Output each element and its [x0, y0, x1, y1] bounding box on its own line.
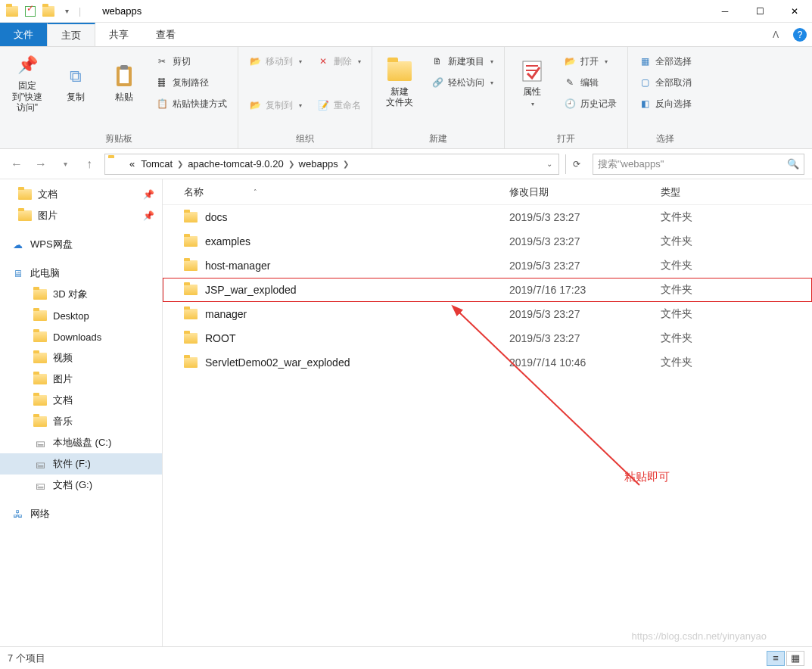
tree-network[interactable]: 🖧网络: [0, 503, 162, 524]
crumb-0[interactable]: Tomcat: [138, 158, 176, 170]
folder-icon: [33, 351, 47, 365]
folder-icon-2: [42, 5, 54, 17]
nav-back-button[interactable]: ←: [8, 155, 26, 173]
column-headers[interactable]: 名称˄ 修改日期 类型: [163, 179, 812, 205]
pin-quick-access-button[interactable]: 📌 固定到"快速访问": [5, 50, 50, 117]
tree-doc-g[interactable]: 🖴文档 (G:): [0, 475, 162, 496]
checkbox-icon[interactable]: [24, 5, 36, 17]
file-name: manager: [205, 308, 247, 320]
new-folder-button[interactable]: 新建 文件夹: [377, 50, 422, 117]
folder-icon: [184, 333, 198, 344]
nav-recent-button[interactable]: ▾: [56, 155, 74, 173]
file-row[interactable]: host-manager2019/5/3 23:27文件夹: [163, 254, 812, 278]
tree-wps[interactable]: ☁WPS网盘: [0, 234, 162, 255]
collapse-ribbon-icon[interactable]: ᐱ: [764, 23, 788, 46]
tree-local-c[interactable]: 🖴本地磁盘 (C:): [0, 432, 162, 453]
tree-documents[interactable]: 文档📌: [0, 184, 162, 205]
file-date: 2019/5/3 23:27: [509, 211, 661, 223]
copy-to-icon: 📂: [249, 99, 261, 111]
new-folder-icon: [387, 59, 412, 83]
folder-icon: [33, 309, 47, 322]
move-to-button[interactable]: 📂移动到▾: [244, 51, 306, 71]
easy-access-button[interactable]: 🔗轻松访问▾: [427, 73, 498, 92]
file-list[interactable]: docs2019/5/3 23:27文件夹examples2019/5/3 23…: [163, 205, 812, 646]
tree-pictures-2[interactable]: 图片: [0, 369, 162, 390]
select-all-button[interactable]: ▦全部选择: [634, 51, 696, 71]
annotation-text: 粘贴即可: [624, 470, 670, 484]
navigation-tree[interactable]: 文档📌 图片📌 ☁WPS网盘 🖥此电脑 3D 对象 Desktop Downlo…: [0, 179, 163, 646]
refresh-button[interactable]: ⟳: [565, 154, 586, 174]
properties-button[interactable]: 属性 ▾: [509, 50, 555, 117]
tab-view[interactable]: 查看: [142, 23, 189, 46]
content-pane: 名称˄ 修改日期 类型 docs2019/5/3 23:27文件夹example…: [163, 179, 812, 646]
tab-share[interactable]: 共享: [95, 23, 142, 46]
help-button[interactable]: ?: [788, 23, 812, 46]
invert-selection-button[interactable]: ◧反向选择: [634, 94, 696, 114]
minimize-button[interactable]: ─: [708, 0, 742, 23]
paste-button[interactable]: 粘贴: [101, 50, 147, 117]
chevron-right-icon[interactable]: ❯: [341, 160, 350, 168]
status-bar: 7 个项目 ≡ ▦: [0, 646, 812, 669]
copy-to-button[interactable]: 📂复制到▾: [244, 95, 306, 115]
file-row[interactable]: ServletDemo02_war_exploded2019/7/14 10:4…: [163, 350, 812, 375]
history-button[interactable]: 🕘历史记录: [559, 94, 621, 114]
copy-path-button[interactable]: 🛤复制路径: [151, 73, 232, 92]
address-bar[interactable]: « Tomcat ❯ apache-tomcat-9.0.20 ❯ webapp…: [104, 154, 559, 175]
drive-icon: 🖴: [33, 457, 47, 471]
open-button[interactable]: 📂打开▾: [559, 51, 621, 71]
tree-3d-objects[interactable]: 3D 对象: [0, 284, 162, 305]
file-row[interactable]: manager2019/5/3 23:27文件夹: [163, 302, 812, 326]
folder-icon: [18, 209, 32, 222]
tab-home[interactable]: 主页: [47, 23, 95, 46]
select-none-button[interactable]: ▢全部取消: [634, 73, 696, 92]
col-name[interactable]: 名称˄: [184, 185, 509, 199]
file-row[interactable]: ROOT2019/5/3 23:27文件夹: [163, 326, 812, 350]
nav-forward-button[interactable]: →: [32, 155, 50, 173]
file-type: 文件夹: [661, 235, 751, 248]
file-date: 2019/7/14 10:46: [509, 356, 661, 369]
paste-shortcut-button[interactable]: 📋粘贴快捷方式: [151, 94, 232, 114]
new-item-button[interactable]: 🗎新建项目▾: [427, 51, 498, 71]
crumb-1[interactable]: apache-tomcat-9.0.20: [185, 158, 286, 170]
pin-icon: 📌: [143, 189, 154, 200]
search-icon[interactable]: 🔍: [787, 158, 799, 170]
tree-videos[interactable]: 视频: [0, 347, 162, 369]
tree-music[interactable]: 音乐: [0, 411, 162, 432]
tree-pictures[interactable]: 图片📌: [0, 205, 162, 226]
tree-desktop[interactable]: Desktop: [0, 305, 162, 326]
edit-button[interactable]: ✎编辑: [559, 73, 621, 92]
tree-downloads[interactable]: Downloads: [0, 326, 162, 347]
maximize-button[interactable]: ☐: [742, 0, 777, 23]
file-row[interactable]: docs2019/5/3 23:27文件夹: [163, 205, 812, 229]
tree-soft-f[interactable]: 🖴软件 (F:): [0, 453, 162, 475]
chevron-right-icon[interactable]: ❯: [176, 160, 185, 168]
tab-file[interactable]: 文件: [0, 23, 47, 46]
chevron-right-icon[interactable]: ❯: [287, 160, 296, 168]
folder-icon: [184, 212, 198, 222]
crumb-prefix[interactable]: «: [126, 158, 138, 170]
nav-up-button[interactable]: ↑: [80, 155, 98, 173]
copy-icon: ⧉: [64, 64, 88, 89]
pc-icon: 🖥: [11, 266, 24, 280]
crumb-2[interactable]: webapps: [296, 158, 341, 170]
cut-button[interactable]: ✂剪切: [151, 51, 232, 71]
view-details-button[interactable]: ≡: [767, 651, 785, 666]
file-type: 文件夹: [661, 356, 751, 369]
qat-dropdown-icon[interactable]: ▾: [61, 5, 73, 17]
address-dropdown-icon[interactable]: ⌄: [546, 160, 552, 168]
tree-documents-2[interactable]: 文档: [0, 390, 162, 411]
col-date[interactable]: 修改日期: [509, 185, 661, 199]
search-placeholder: 搜索"webapps": [598, 157, 664, 171]
file-row[interactable]: JSP_war_exploded2019/7/16 17:23文件夹: [163, 278, 812, 302]
folder-icon: [184, 236, 198, 247]
file-row[interactable]: examples2019/5/3 23:27文件夹: [163, 229, 812, 254]
close-button[interactable]: ✕: [777, 0, 812, 23]
view-icons-button[interactable]: ▦: [786, 651, 804, 666]
tree-this-pc[interactable]: 🖥此电脑: [0, 263, 162, 284]
rename-button[interactable]: 📝重命名: [313, 95, 366, 115]
delete-button[interactable]: ✕删除▾: [313, 51, 366, 71]
open-icon: 📂: [564, 55, 576, 67]
copy-button[interactable]: ⧉ 复制: [53, 50, 98, 117]
search-input[interactable]: 搜索"webapps" 🔍: [593, 154, 804, 175]
col-type[interactable]: 类型: [661, 185, 751, 199]
